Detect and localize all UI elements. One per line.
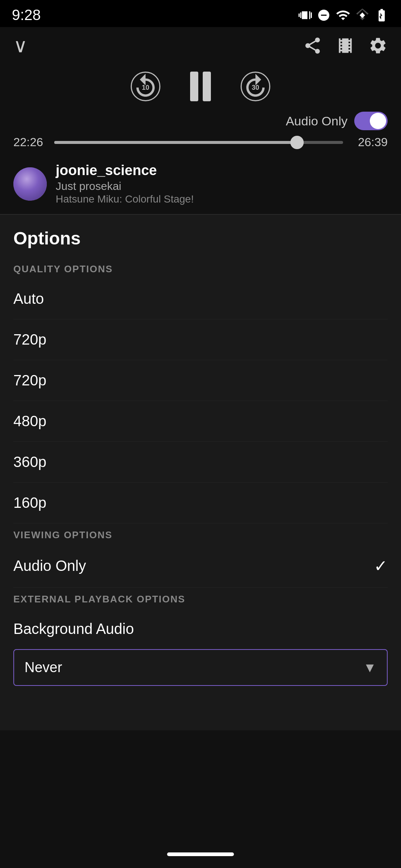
pause-button[interactable] — [190, 72, 211, 101]
avatar — [13, 167, 47, 201]
forward-label: 30 — [252, 83, 259, 91]
audio-only-label: Audio Only — [286, 114, 348, 128]
replay-label: 10 — [142, 83, 149, 91]
quality-option-480p[interactable]: 480p — [13, 401, 388, 442]
signal-icon — [356, 9, 369, 22]
top-bar-left: ∨ — [13, 34, 27, 57]
dropdown-arrow-icon: ▼ — [363, 660, 376, 675]
battery-icon — [374, 8, 389, 23]
stream-title: Just prosekai — [56, 180, 194, 193]
stream-username: joonie_science — [56, 162, 194, 178]
audio-only-toggle[interactable] — [354, 112, 388, 130]
options-title: Options — [13, 215, 388, 257]
avatar-image — [13, 167, 47, 201]
share-icon[interactable] — [303, 36, 322, 55]
vibrate-icon — [299, 9, 312, 22]
status-time: 9:28 — [12, 7, 41, 23]
dropdown-value: Never — [25, 660, 62, 675]
top-bar-right — [303, 36, 388, 55]
progress-thumb[interactable] — [290, 136, 304, 149]
status-bar: 9:28 — [0, 0, 401, 27]
background-audio-label-row: Background Audio — [13, 609, 388, 643]
audio-only-option-label: Audio Only — [13, 558, 86, 574]
player-controls: 10 30 — [0, 60, 401, 109]
viewing-option-audio-only[interactable]: Audio Only ✓ — [13, 545, 388, 588]
top-bar: ∨ — [0, 27, 401, 60]
replay-button[interactable]: 10 — [131, 72, 160, 101]
progress-bar[interactable] — [54, 141, 343, 144]
quality-option-160p[interactable]: 160p — [13, 483, 388, 523]
background-audio-dropdown[interactable]: Never ▼ — [13, 649, 388, 686]
wifi-icon — [336, 8, 351, 23]
quality-720p-1-label: 720p — [13, 331, 46, 348]
forward-button[interactable]: 30 — [241, 72, 270, 101]
options-panel: Options QUALITY OPTIONS Auto 720p 720p 4… — [0, 215, 401, 730]
toggle-thumb — [370, 113, 386, 129]
quality-section-label: QUALITY OPTIONS — [13, 257, 388, 279]
quality-360p-label: 360p — [13, 454, 46, 470]
pause-bar-left — [190, 72, 198, 101]
quality-auto-label: Auto — [13, 290, 44, 307]
stream-game: Hatsune Miku: Colorful Stage! — [56, 193, 194, 205]
pause-bar-right — [203, 72, 211, 101]
quality-option-auto[interactable]: Auto — [13, 279, 388, 319]
quality-option-720p-2[interactable]: 720p — [13, 360, 388, 401]
dnd-icon — [317, 9, 330, 22]
status-icons — [299, 8, 389, 23]
background-audio-label: Background Audio — [13, 621, 134, 637]
total-time: 26:39 — [351, 135, 388, 149]
quality-720p-2-label: 720p — [13, 372, 46, 389]
nav-indicator — [167, 852, 234, 856]
bottom-spacer — [13, 686, 388, 730]
current-time: 22:26 — [13, 135, 47, 149]
progress-row: 22:26 26:39 — [0, 132, 401, 155]
audio-only-row: Audio Only — [0, 109, 401, 132]
collapse-icon[interactable]: ∨ — [13, 34, 27, 57]
stream-info: joonie_science Just prosekai Hatsune Mik… — [0, 155, 401, 214]
audio-only-check: ✓ — [374, 556, 388, 575]
viewing-section-label: VIEWING OPTIONS — [13, 523, 388, 545]
quality-option-360p[interactable]: 360p — [13, 442, 388, 483]
quality-option-720p-1[interactable]: 720p — [13, 319, 388, 360]
external-section-label: EXTERNAL PLAYBACK OPTIONS — [13, 588, 388, 609]
nav-bar — [0, 845, 401, 868]
quality-160p-label: 160p — [13, 494, 46, 511]
stream-text: joonie_science Just prosekai Hatsune Mik… — [56, 162, 194, 205]
quality-480p-label: 480p — [13, 413, 46, 430]
progress-fill — [54, 141, 297, 144]
settings-icon[interactable] — [368, 36, 388, 55]
clip-icon[interactable] — [336, 36, 355, 55]
